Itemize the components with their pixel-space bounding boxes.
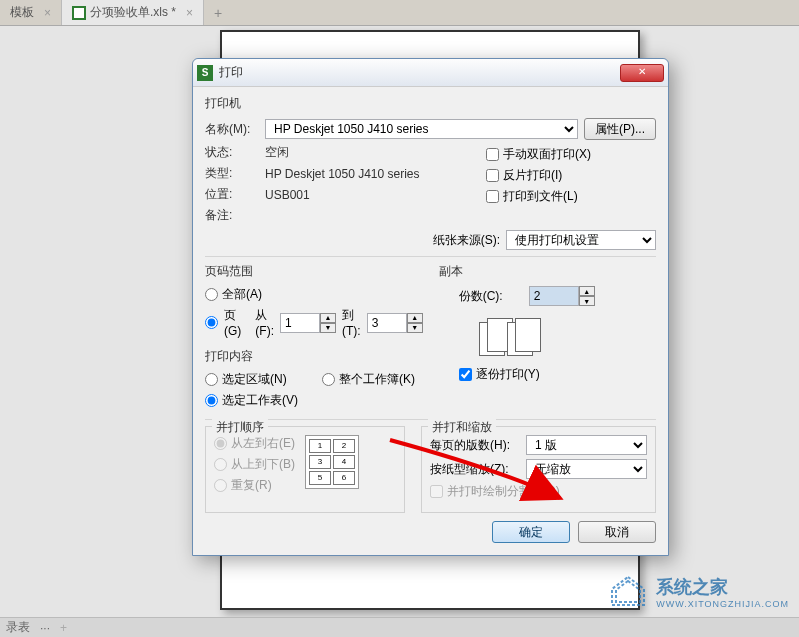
tab-bar: 模板× 分项验收单.xls *× +	[0, 0, 799, 26]
draw-lines-checkbox	[430, 485, 443, 498]
to-up[interactable]: ▲	[407, 313, 423, 323]
per-page-label: 每页的版数(H):	[430, 437, 520, 454]
collate-preview	[479, 316, 539, 360]
range-pages-radio[interactable]	[205, 316, 218, 329]
content-sheet-radio[interactable]	[205, 394, 218, 407]
house-icon	[608, 575, 648, 609]
dialog-title: 打印	[219, 64, 243, 81]
excel-icon	[72, 6, 86, 20]
order-section-label: 并打顺序	[212, 419, 268, 436]
titlebar[interactable]: S 打印 ✕	[193, 59, 668, 87]
copies-down[interactable]: ▼	[579, 296, 595, 306]
where-label: 位置:	[205, 186, 259, 203]
new-tab-button[interactable]: +	[204, 3, 232, 23]
sheet-nav[interactable]: ···	[40, 621, 50, 635]
order-tb-radio	[214, 458, 227, 471]
copies-up[interactable]: ▲	[579, 286, 595, 296]
copies-section-label: 副本	[439, 263, 656, 280]
collate-checkbox[interactable]	[459, 368, 472, 381]
print-dialog: S 打印 ✕ 打印机 名称(M): HP Deskjet 1050 J410 s…	[192, 58, 669, 556]
comment-label: 备注:	[205, 207, 259, 224]
duplex-checkbox[interactable]	[486, 148, 499, 161]
to-down[interactable]: ▼	[407, 323, 423, 333]
sheet-tab-bar: 录表 ··· +	[0, 617, 799, 637]
order-repeat-radio	[214, 479, 227, 492]
scale-select[interactable]: 无缩放	[526, 459, 647, 479]
name-label: 名称(M):	[205, 121, 259, 138]
content-selection-radio[interactable]	[205, 373, 218, 386]
watermark-logo: 系统之家 WWW.XITONGZHIJIA.COM	[608, 575, 789, 609]
order-lr-radio	[214, 437, 227, 450]
ok-button[interactable]: 确定	[492, 521, 570, 543]
from-up[interactable]: ▲	[320, 313, 336, 323]
range-section-label: 页码范围	[205, 263, 423, 280]
content-workbook-radio[interactable]	[322, 373, 335, 386]
from-down[interactable]: ▼	[320, 323, 336, 333]
status-value: 空闲	[265, 144, 289, 161]
paper-source-select[interactable]: 使用打印机设置	[506, 230, 656, 250]
where-value: USB001	[265, 188, 310, 202]
order-preview: 123456	[305, 435, 359, 489]
app-icon: S	[197, 65, 213, 81]
close-button[interactable]: ✕	[620, 64, 664, 82]
printer-section-label: 打印机	[205, 95, 656, 112]
type-value: HP Deskjet 1050 J410 series	[265, 167, 420, 181]
tab-file[interactable]: 分项验收单.xls *×	[62, 0, 204, 25]
type-label: 类型:	[205, 165, 259, 182]
per-page-select[interactable]: 1 版	[526, 435, 647, 455]
range-all-radio[interactable]	[205, 288, 218, 301]
properties-button[interactable]: 属性(P)...	[584, 118, 656, 140]
scale-section-label: 并打和缩放	[428, 419, 496, 436]
cancel-button[interactable]: 取消	[578, 521, 656, 543]
copies-label: 份数(C):	[459, 288, 503, 305]
scale-label: 按纸型缩放(Z):	[430, 461, 520, 478]
reverse-checkbox[interactable]	[486, 169, 499, 182]
status-label: 状态:	[205, 144, 259, 161]
tofile-checkbox[interactable]	[486, 190, 499, 203]
from-input[interactable]	[280, 313, 320, 333]
paper-source-label: 纸张来源(S):	[433, 232, 500, 249]
copies-input[interactable]	[529, 286, 579, 306]
content-section-label: 打印内容	[205, 348, 423, 365]
printer-select[interactable]: HP Deskjet 1050 J410 series	[265, 119, 578, 139]
to-input[interactable]	[367, 313, 407, 333]
sheet-tab[interactable]: 录表	[6, 619, 30, 636]
tab-template[interactable]: 模板×	[0, 0, 62, 25]
